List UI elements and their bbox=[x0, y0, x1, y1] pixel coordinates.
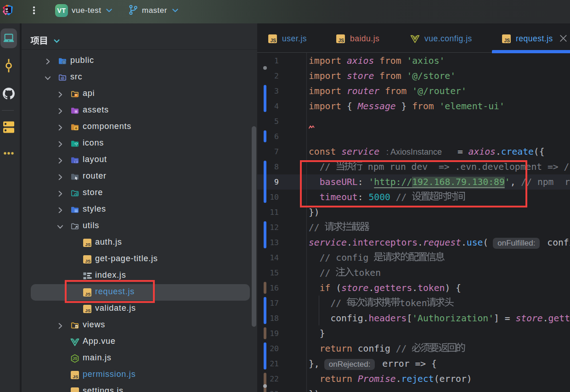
code-token: ({ bbox=[534, 146, 545, 157]
code-token: { bbox=[341, 101, 358, 112]
tree-item-label: utils bbox=[83, 221, 99, 230]
code-token bbox=[406, 86, 412, 96]
tree-item-public[interactable]: public bbox=[22, 53, 257, 69]
project-panel-header[interactable] bbox=[30, 35, 60, 47]
code-token: } bbox=[309, 328, 325, 339]
code-token: // bbox=[396, 343, 465, 354]
code-token bbox=[309, 283, 320, 293]
chevron-right-icon[interactable] bbox=[57, 124, 63, 133]
tree-item-components[interactable]: components bbox=[22, 119, 257, 135]
code-line-4: import { Message } from 'element-ui' bbox=[309, 99, 505, 114]
chevron-right-icon[interactable] bbox=[57, 190, 63, 199]
line-number: 17 bbox=[257, 296, 279, 311]
line-number: 23 bbox=[257, 386, 279, 392]
folder-public bbox=[58, 56, 67, 66]
tree-item-utils[interactable]: utils bbox=[22, 218, 257, 235]
tree-item-App.vue[interactable]: App.vue bbox=[22, 334, 257, 350]
tree-item-layout[interactable]: layout bbox=[22, 152, 257, 168]
line-number: 22 bbox=[257, 371, 279, 386]
tree-item-get-page-title.js[interactable]: JSget-page-title.js bbox=[22, 251, 257, 268]
project-name: vue-test bbox=[72, 6, 101, 15]
code-line-5 bbox=[309, 114, 315, 129]
stripe-button-github[interactable] bbox=[0, 84, 17, 103]
code-line-15: // token bbox=[309, 265, 381, 280]
code-token: error => { bbox=[377, 358, 436, 369]
chevron-right-icon[interactable] bbox=[57, 157, 63, 166]
tab-label: baidu.js bbox=[350, 34, 379, 44]
close-icon[interactable] bbox=[559, 34, 568, 44]
code-token: . bbox=[412, 283, 418, 293]
annotation-box-request-file bbox=[65, 280, 155, 303]
chevron-down-icon[interactable] bbox=[57, 224, 63, 232]
line-number: 9 bbox=[257, 174, 279, 190]
main-menu-button[interactable] bbox=[28, 3, 40, 18]
chevron-down-icon[interactable] bbox=[45, 75, 51, 83]
chevron-right-icon[interactable] bbox=[57, 323, 63, 331]
chevron-down-icon bbox=[48, 36, 60, 46]
code-token: from bbox=[412, 101, 434, 112]
svg-text:JS: JS bbox=[85, 242, 90, 247]
chevron-right-icon[interactable] bbox=[57, 108, 63, 116]
chevron-right-icon[interactable] bbox=[57, 141, 63, 149]
code-token: config bbox=[352, 343, 396, 354]
js-icon: JS bbox=[70, 387, 79, 392]
tree-item-label: main.js bbox=[83, 353, 112, 363]
github-icon bbox=[3, 88, 15, 100]
tab-label: user.js bbox=[282, 34, 307, 44]
code-editor[interactable]: 1import axios from 'axios'2import store … bbox=[257, 53, 570, 392]
tree-item-store[interactable]: store bbox=[22, 185, 257, 202]
branch-selector[interactable]: master bbox=[129, 2, 179, 18]
chevron-right-icon[interactable] bbox=[57, 91, 63, 100]
code-token: router bbox=[347, 86, 379, 96]
tree-item-settings.js[interactable]: JSsettings.js bbox=[22, 383, 257, 392]
tree-item-styles[interactable]: styles bbox=[22, 202, 257, 218]
code-token bbox=[341, 71, 347, 81]
code-token: = bbox=[452, 146, 468, 157]
tab-baidu.js[interactable]: JSbaidu.js bbox=[327, 23, 379, 52]
tree-item-permission.js[interactable]: JSpermission.js bbox=[22, 367, 257, 383]
code-token: . bbox=[418, 237, 423, 248]
stripe-button-commit[interactable] bbox=[0, 56, 17, 75]
stripe-button-more[interactable] bbox=[0, 143, 17, 163]
tree-item-main.js[interactable]: JSmain.js bbox=[22, 350, 257, 367]
tree-item-auth.js[interactable]: JSauth.js bbox=[22, 235, 257, 251]
folder-store bbox=[70, 189, 79, 198]
js-icon: JS bbox=[336, 34, 345, 44]
code-token: reject bbox=[401, 374, 434, 384]
tree-item-label: icons bbox=[83, 138, 104, 148]
code-token: service bbox=[341, 146, 379, 157]
tree-item-icons[interactable]: icons bbox=[22, 135, 257, 152]
tree-item-label: store bbox=[83, 188, 103, 197]
tree-item-router[interactable]: router bbox=[22, 168, 257, 185]
line-number: 16 bbox=[257, 280, 279, 296]
chevron-right-icon[interactable] bbox=[57, 174, 63, 182]
code-token: }, bbox=[309, 358, 320, 369]
code-token: Message bbox=[358, 101, 396, 112]
line-number: 12 bbox=[257, 220, 279, 235]
tab-vue.config.js[interactable]: vue.config.js bbox=[401, 23, 472, 52]
stripe-button-services[interactable] bbox=[0, 117, 17, 137]
tree-item-label: assets bbox=[83, 105, 109, 115]
tab-request.js[interactable]: JSrequest.js bbox=[493, 23, 568, 52]
tree-item-api[interactable]: api bbox=[22, 86, 257, 102]
tree-item-validate.js[interactable]: JSvalidate.js bbox=[22, 301, 257, 317]
svg-text:JS: JS bbox=[270, 38, 276, 43]
line-number: 10 bbox=[257, 190, 279, 205]
code-token: : AxiosInstance bbox=[386, 147, 442, 157]
line-number: 1 bbox=[257, 53, 279, 68]
code-token: config. bbox=[309, 313, 368, 324]
project-panel-title bbox=[30, 36, 48, 46]
code-token: // bbox=[309, 222, 369, 233]
project-selector[interactable]: VT vue-test bbox=[55, 2, 113, 18]
stripe-button-project[interactable] bbox=[0, 28, 17, 48]
tree-item-assets[interactable]: assets bbox=[22, 102, 257, 119]
chevron-right-icon[interactable] bbox=[57, 207, 63, 215]
folder-router bbox=[70, 172, 79, 181]
tree-item-src[interactable]: src bbox=[22, 69, 257, 86]
code-token: ( bbox=[330, 283, 341, 293]
tree-scrollbar[interactable] bbox=[252, 126, 256, 327]
folder-views bbox=[70, 321, 79, 330]
tree-item-views[interactable]: views bbox=[22, 317, 257, 334]
tab-user.js[interactable]: JSuser.js bbox=[259, 23, 307, 52]
chevron-right-icon[interactable] bbox=[45, 58, 51, 67]
